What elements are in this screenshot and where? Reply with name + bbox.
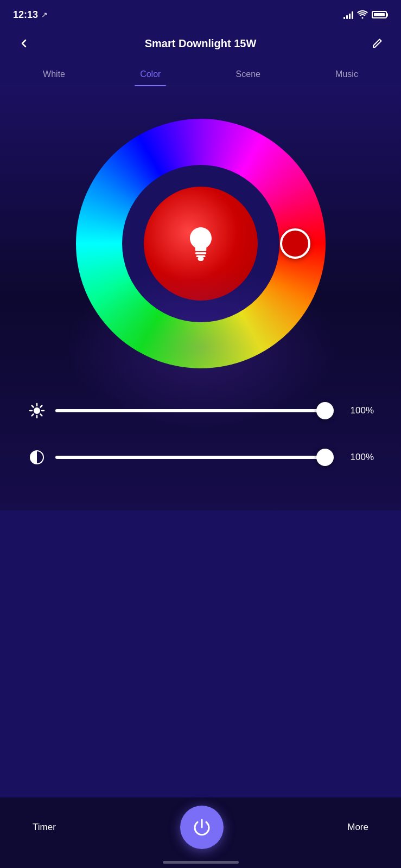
page-title: Smart Downlight 15W [145,37,257,50]
svg-line-10 [32,414,34,416]
saturation-slider-row: 100% [27,448,374,467]
color-picker-dot[interactable] [280,228,310,259]
bottom-bar: Timer More [0,797,401,868]
tab-color[interactable]: Color [129,63,171,86]
saturation-value: 100% [341,452,374,463]
main-content: 100% 100% [0,86,401,510]
brightness-thumb[interactable] [316,402,334,419]
color-wheel-container [0,86,401,390]
tab-bar: White Color Scene Music [0,63,401,86]
saturation-thumb[interactable] [316,449,334,466]
svg-line-9 [41,406,42,407]
svg-rect-0 [195,252,206,254]
back-button[interactable] [13,33,35,54]
brightness-slider-row: 100% [27,401,374,420]
status-time: 12:13 [13,9,38,21]
bulb-icon [184,225,217,262]
more-button[interactable]: More [347,822,368,833]
timer-button[interactable]: Timer [33,822,56,833]
brightness-track[interactable] [55,409,333,412]
svg-rect-1 [196,256,205,258]
brightness-icon [27,401,47,420]
wifi-icon [357,10,368,19]
svg-line-7 [32,406,34,407]
location-icon: ↗ [41,10,48,19]
signal-icon [343,10,353,19]
sliders-section: 100% 100% [0,390,401,510]
brightness-value: 100% [341,405,374,416]
center-color-circle[interactable] [144,187,258,301]
edit-button[interactable] [366,33,388,54]
home-indicator [163,861,239,864]
battery-icon [372,11,388,18]
status-bar: 12:13 ↗ [0,0,401,27]
svg-point-2 [34,407,40,414]
tab-scene[interactable]: Scene [225,63,271,86]
saturation-track[interactable] [55,456,333,459]
svg-line-8 [41,414,42,416]
power-button[interactable] [180,806,224,849]
power-icon [192,818,212,837]
tab-white[interactable]: White [32,63,76,86]
status-icons [343,10,388,19]
color-wheel-wrapper[interactable] [76,119,326,368]
tab-music[interactable]: Music [324,63,369,86]
contrast-icon [27,448,47,467]
header: Smart Downlight 15W [0,27,401,63]
